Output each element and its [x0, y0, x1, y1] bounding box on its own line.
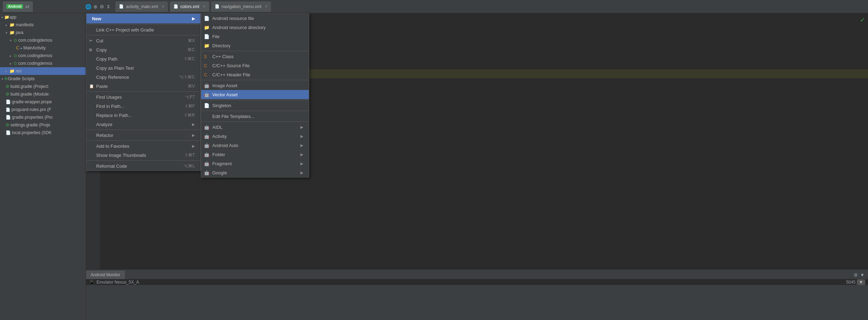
submenu-new: 📄 Android resource file 📁 Android resour…: [201, 13, 309, 178]
shortcut-copy: ⌘C: [187, 47, 195, 52]
tab-navigation-menu[interactable]: 📄 navigation_menu.xml ✕: [211, 1, 271, 12]
menu-item-copy-path[interactable]: Copy Path ⇧⌘C: [86, 54, 200, 63]
sidebar-item-gradle-scripts[interactable]: ▾ ⚙ Gradle Scripts: [0, 75, 86, 83]
menu-item-show-thumbnails[interactable]: Show Image Thumbnails ⇧⌘T: [86, 151, 200, 160]
divider-2: [86, 35, 200, 35]
class-icon: C: [16, 46, 19, 50]
menu-item-replace-in-path[interactable]: Replace in Path... ⇧⌘R: [86, 111, 200, 120]
menu-item-label: Copy as Plain Text: [96, 65, 134, 71]
menu-header-new[interactable]: New ▶: [86, 14, 200, 23]
submenu-item-label: Vector Asset: [212, 92, 237, 97]
shortcut-reformat: ⌥⌘L: [183, 164, 195, 168]
tab-colors[interactable]: 📄 colors.xml ✕: [170, 1, 209, 12]
menu-item-find-in-path[interactable]: Find in Path... ⇧⌘F: [86, 102, 200, 111]
arrow-icon: ▶: [300, 134, 303, 139]
tab-activity-main[interactable]: 📄 activity_main.xml ✕: [115, 1, 168, 12]
sidebar-item-res[interactable]: ▸ 📁 res: [0, 67, 86, 75]
expand-icon: ▾: [10, 39, 12, 42]
close-activity-main[interactable]: ✕: [162, 5, 164, 8]
sidebar-item-mainactivity[interactable]: C ● MainActivity: [0, 44, 86, 52]
submenu-item-label: Image Asset: [212, 83, 237, 88]
cpp-source-icon: C: [204, 63, 207, 68]
sidebar-item-package1[interactable]: ▾ ⊙ com.codingdemos: [0, 36, 86, 44]
menu-item-refactor[interactable]: Refactor ▶: [86, 131, 200, 140]
sidebar-item-label: com.codingdemos: [18, 53, 52, 58]
merge-icon[interactable]: ⇕: [106, 4, 111, 9]
submenu-item-cpp-class[interactable]: S C++ Class: [201, 52, 309, 61]
sidebar-item-label: proguard-rules.pro (F: [12, 107, 51, 112]
close-colors[interactable]: ✕: [203, 5, 206, 8]
submenu-divider-3: [201, 100, 309, 100]
close-navigation-menu[interactable]: ✕: [265, 5, 268, 8]
menu-item-paste[interactable]: Paste ⌘V: [86, 82, 200, 91]
submenu-item-activity[interactable]: 🤖 Activity ▶: [201, 132, 309, 141]
file-icon: 📄: [6, 115, 11, 120]
nav-icon[interactable]: ⇄: [25, 4, 29, 9]
submenu-item-android-resource-dir[interactable]: 📁 Android resource directory: [201, 23, 309, 32]
menu-item-find-usages[interactable]: Find Usages ⌥F7: [86, 92, 200, 102]
sidebar-item-gradle-properties[interactable]: 📄 gradle.properties (Pro: [0, 113, 86, 121]
sidebar-item-build-gradle-project[interactable]: ⚙ build.gradle (Project:: [0, 83, 86, 90]
submenu-item-image-asset[interactable]: 🤖 Image Asset: [201, 81, 309, 90]
android-tab[interactable]: Android ⇄: [3, 1, 33, 12]
menu-item-cut[interactable]: Cut ⌘X: [86, 36, 200, 45]
menu-item-label: Analyze: [96, 122, 112, 127]
sidebar-item-package2[interactable]: ▸ ⊙ com.codingdemos: [0, 52, 86, 60]
sidebar-item-manifests[interactable]: ▸ 📁 manifests: [0, 21, 86, 29]
shortcut-find-usages: ⌥F7: [185, 95, 195, 99]
submenu-item-label: AIDL: [212, 125, 222, 130]
divider-1: [86, 24, 200, 25]
sidebar-item-build-gradle-module[interactable]: ⚙ build.gradle (Module:: [0, 90, 86, 98]
gear-icon[interactable]: ⚙: [100, 4, 104, 9]
pin-icon[interactable]: ⊕: [93, 4, 98, 9]
menu-item-add-favorites[interactable]: Add to Favorites ▶: [86, 141, 200, 151]
tab-navigation-menu-label: navigation_menu.xml: [222, 4, 261, 9]
settings-icon[interactable]: ⚙: [854, 272, 858, 278]
submenu-item-directory[interactable]: 📁 Directory: [201, 41, 309, 50]
submenu-divider-5: [201, 121, 309, 122]
menu-item-copy-plain-text[interactable]: Copy as Plain Text: [86, 63, 200, 72]
submenu-item-folder[interactable]: 🤖 Folder ▶: [201, 150, 309, 159]
arrow-icon: ▶: [300, 143, 303, 148]
shortcut-replace-path: ⇧⌘R: [184, 113, 195, 118]
submenu-item-label: Google: [212, 170, 227, 175]
dropdown-icon[interactable]: ▼: [857, 279, 865, 285]
menu-item-copy-reference[interactable]: Copy Reference ⌥⇧⌘C: [86, 72, 200, 82]
sidebar-item-package3[interactable]: ▸ ⊙ com.codingdemos: [0, 60, 86, 67]
sidebar-item-settings-gradle[interactable]: ⚙ settings.gradle (Proje: [0, 121, 86, 129]
submenu-item-android-resource-file[interactable]: 📄 Android resource file: [201, 14, 309, 23]
globe-icon[interactable]: 🌐: [85, 4, 91, 9]
cut-icon: [89, 39, 92, 43]
sidebar-item-java[interactable]: ▾ 📁 java: [0, 29, 86, 36]
submenu-item-cpp-header[interactable]: C C/C++ Header File: [201, 70, 309, 79]
submenu-item-label: Singleton: [212, 103, 231, 108]
tab-android-monitor[interactable]: Android Monitor: [86, 271, 125, 279]
menu-item-label: Reformat Code: [96, 164, 127, 169]
menu-item-link-cpp[interactable]: Link C++ Project with Gradle: [86, 25, 200, 34]
menu-item-copy[interactable]: Copy ⌘C: [86, 45, 200, 54]
cpp-class-icon: S: [204, 54, 207, 59]
android-activity-icon: 🤖: [204, 134, 209, 139]
menu-item-analyze[interactable]: Analyze ▶: [86, 120, 200, 129]
sidebar-item-label: app: [9, 15, 16, 20]
sidebar-item-app[interactable]: ▾ 📁 app: [0, 13, 86, 21]
menu-item-label: Replace in Path...: [96, 113, 132, 118]
submenu-item-edit-templates[interactable]: Edit File Templates...: [201, 112, 309, 121]
submenu-item-label: Folder: [212, 152, 225, 157]
submenu-item-fragment[interactable]: 🤖 Fragment ▶: [201, 159, 309, 168]
submenu-item-aidl[interactable]: 🤖 AIDL ▶: [201, 123, 309, 132]
port-label: 5045: [846, 280, 855, 285]
submenu-item-google[interactable]: 🤖 Google ▶: [201, 168, 309, 177]
menu-item-reformat[interactable]: Reformat Code ⌥⌘L: [86, 161, 200, 171]
sidebar-item-gradle-wrapper[interactable]: 📄 gradle-wrapper.prope: [0, 98, 86, 106]
submenu-item-singleton[interactable]: 📄 Singleton: [201, 101, 309, 110]
submenu-item-file[interactable]: 📄 File: [201, 32, 309, 41]
sidebar-item-local-properties[interactable]: 📄 local.properties (SDK: [0, 129, 86, 137]
submenu-item-vector-asset[interactable]: 🤖 Vector Asset: [201, 90, 309, 99]
sidebar-item-proguard[interactable]: 📄 proguard-rules.pro (F: [0, 106, 86, 113]
submenu-item-cpp-source[interactable]: C C/C++ Source File: [201, 61, 309, 70]
submenu-item-android-auto[interactable]: 🤖 Android Auto ▶: [201, 141, 309, 150]
sidebar: ▾ 📁 app ▸ 📁 manifests ▾ 📁 java ▾ ⊙ com.c…: [0, 13, 86, 320]
minimize-icon[interactable]: ▼: [860, 272, 865, 278]
package-icon: ⊙: [14, 53, 17, 58]
